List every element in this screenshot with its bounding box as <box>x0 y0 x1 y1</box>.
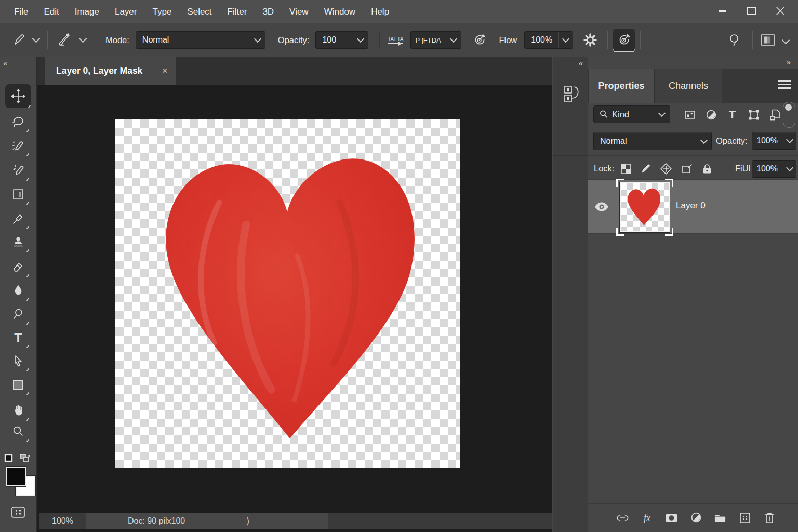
document-canvas[interactable] <box>115 119 460 468</box>
minimize-button[interactable] <box>708 1 737 21</box>
maximize-button[interactable] <box>737 1 766 21</box>
filter-type-layers-button[interactable]: T <box>722 108 743 122</box>
menu-file[interactable]: File <box>6 7 36 17</box>
mode-select[interactable]: Normal <box>136 31 265 49</box>
hand-tool[interactable] <box>7 400 30 421</box>
tool-preset-chevron-icon[interactable] <box>32 35 41 43</box>
tab-channels[interactable]: Channels <box>654 69 722 103</box>
quick-mask-button[interactable] <box>7 502 30 523</box>
lock-pixels-button[interactable] <box>640 163 652 175</box>
flow-select[interactable]: 100% <box>524 31 573 49</box>
new-layer-button[interactable] <box>738 511 752 525</box>
close-button[interactable] <box>766 1 795 21</box>
delete-layer-button[interactable] <box>762 511 776 525</box>
collapse-tools-button[interactable]: « <box>3 59 7 68</box>
layer-effects-button[interactable]: fx <box>640 513 654 524</box>
lock-position-button[interactable] <box>659 162 673 176</box>
filter-shape-layers-button[interactable] <box>743 108 764 122</box>
opacity-select[interactable]: 100 <box>315 31 368 49</box>
default-colors-button[interactable] <box>1 448 17 469</box>
lasso-tool[interactable] <box>7 112 30 132</box>
filter-toggle-switch[interactable] <box>783 102 795 128</box>
flow-label: Flow <box>499 35 517 45</box>
add-layer-mask-button[interactable] <box>664 512 679 524</box>
crop-tool[interactable] <box>7 184 30 205</box>
eraser-icon <box>11 260 25 274</box>
menu-help[interactable]: Help <box>363 7 397 17</box>
eraser-tool[interactable] <box>7 257 30 277</box>
swap-colors-button[interactable] <box>17 448 33 469</box>
foreground-color-swatch[interactable] <box>6 467 26 486</box>
new-group-button[interactable] <box>713 512 727 524</box>
workspace-switcher[interactable] <box>757 29 779 51</box>
lock-pixels-brush-icon <box>640 163 652 175</box>
preset-select[interactable]: P |FTDA <box>410 31 461 49</box>
brush-settings-button[interactable] <box>579 29 601 51</box>
close-icon <box>775 6 786 16</box>
link-layers-button[interactable] <box>616 512 630 524</box>
quick-selection-tool[interactable] <box>7 136 30 156</box>
search-button[interactable] <box>724 29 746 51</box>
divider <box>380 31 380 49</box>
new-adjustment-layer-button[interactable] <box>689 511 703 525</box>
blur-tool[interactable] <box>7 280 30 301</box>
expand-panel-button[interactable]: » <box>787 58 791 66</box>
lock-transparency-button[interactable] <box>620 163 632 175</box>
divider <box>752 31 753 49</box>
panel-menu-button[interactable] <box>778 80 791 89</box>
shape-tool[interactable] <box>7 375 30 395</box>
status-expander-icon[interactable]: ⟩ <box>246 516 250 527</box>
layer-name[interactable]: Layer 0 <box>676 201 706 211</box>
eyedropper-tool[interactable] <box>7 208 30 229</box>
fill-select[interactable]: 100% <box>752 160 796 178</box>
lock-label: Lock: <box>594 164 614 174</box>
layer-opacity-select[interactable]: 100% <box>752 132 796 150</box>
collapse-strip-button[interactable]: « <box>579 59 583 68</box>
menu-edit[interactable]: Edit <box>36 7 66 17</box>
layer-thumbnail[interactable] <box>620 182 670 232</box>
airbrush-toggle[interactable] <box>469 29 490 51</box>
lock-all-button[interactable] <box>701 163 713 175</box>
type-tool[interactable]: T <box>7 327 30 348</box>
menu-select[interactable]: Select <box>179 7 219 17</box>
filter-smart-objects-button[interactable] <box>764 108 786 122</box>
menu-3d[interactable]: 3D <box>255 7 282 17</box>
blend-mode-select[interactable]: Normal <box>593 132 712 150</box>
path-selection-tool[interactable] <box>7 351 30 371</box>
brush-tip-chevron-icon[interactable] <box>79 35 87 43</box>
tool-preset-button[interactable] <box>8 29 30 51</box>
selection-brush-tool[interactable] <box>7 160 30 181</box>
brush-tip-icon <box>56 32 72 48</box>
move-tool[interactable] <box>5 84 31 108</box>
layer-opacity-label: Opacity: <box>716 136 748 146</box>
history-panel-button[interactable] <box>561 83 581 155</box>
pressure-opacity-button[interactable]: AlƎAl <box>388 36 403 44</box>
layer-visibility-toggle[interactable] <box>588 180 616 233</box>
menu-view[interactable]: View <box>282 7 316 17</box>
airbrush-pressure-toggle-active[interactable] <box>613 29 635 51</box>
kind-chevron-icon <box>658 110 666 117</box>
zoom-level[interactable]: 100% <box>39 516 86 526</box>
menu-layer[interactable]: Layer <box>107 7 145 17</box>
kind-filter-select[interactable]: Kind <box>593 105 670 123</box>
doc-info-segment: Doc: 90 pilx100 ⟩ <box>86 513 328 529</box>
menu-type[interactable]: Type <box>144 7 179 17</box>
brush-tip-button[interactable] <box>53 29 75 51</box>
tab-properties[interactable]: Properties <box>589 69 654 103</box>
filter-adjustment-layers-button[interactable] <box>700 108 722 122</box>
fill-chevron-icon <box>783 161 796 177</box>
menu-window[interactable]: Window <box>316 7 363 17</box>
document-close-button[interactable]: × <box>154 57 175 85</box>
filter-pixel-layers-button[interactable] <box>679 108 700 122</box>
menu-filter[interactable]: Filter <box>220 7 255 17</box>
zoom-tool[interactable] <box>7 421 30 442</box>
document-tab[interactable]: Layer 0, Layer Mask × <box>45 57 176 85</box>
lock-artboard-button[interactable] <box>680 162 694 176</box>
layer-row[interactable]: Layer 0 <box>588 179 798 234</box>
menu-image[interactable]: Image <box>67 7 107 17</box>
workspace-chevron-icon[interactable] <box>782 36 790 44</box>
clone-stamp-tool[interactable] <box>7 232 30 252</box>
dodge-tool[interactable] <box>7 304 30 325</box>
blend-row: Normal Opacity: 100% <box>588 127 798 155</box>
status-bar: 100% Doc: 90 pilx100 ⟩ <box>39 513 552 529</box>
